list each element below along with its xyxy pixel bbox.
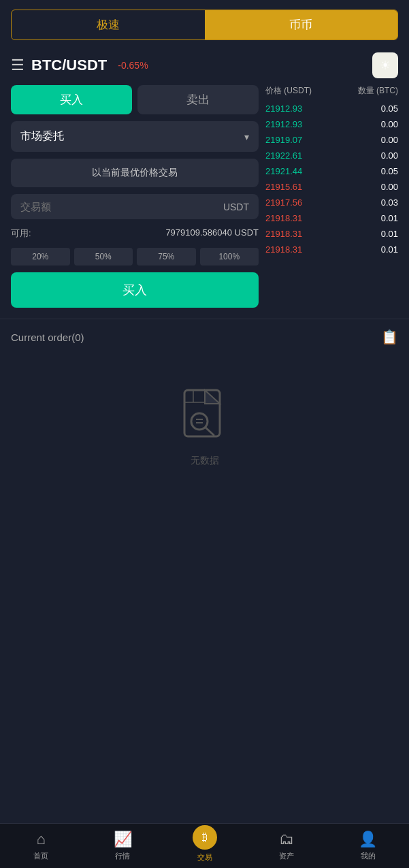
market-icon: 📈: [114, 831, 132, 848]
nav-item-trade[interactable]: ₿ 交易: [163, 831, 245, 863]
orderbook-row: 21915.610.00: [265, 179, 398, 195]
orderbook-price: 21912.93: [265, 103, 302, 114]
nav-label-home: 首页: [33, 851, 48, 861]
header-left: ☰ BTC/USDT -0.65%: [11, 57, 148, 74]
available-row: 可用: 7979109.586040 USDT: [11, 226, 259, 241]
current-orders: Current order(0) 📋: [0, 319, 409, 355]
buy-sell-tabs: 买入 卖出: [11, 85, 259, 114]
left-panel: 买入 卖出 市场委托 ▾ 以当前最优价格交易 USDT 可用: 7979109.…: [11, 85, 259, 308]
orderbook-qty: 0.00: [381, 182, 398, 192]
order-type-dropdown[interactable]: 市场委托 ▾: [11, 121, 259, 152]
buy-button[interactable]: 买入: [11, 272, 259, 308]
pair-change: -0.65%: [118, 60, 148, 71]
orderbook-qty-header: 数量 (BTC): [358, 85, 398, 97]
orderbook-qty: 0.01: [381, 213, 398, 223]
orderbook-price: 21918.31: [265, 229, 302, 239]
sell-tab[interactable]: 卖出: [137, 85, 259, 114]
empty-document-icon: [181, 389, 229, 447]
orderbook-price: 21922.61: [265, 150, 302, 161]
orderbook-header: 价格 (USDT) 数量 (BTC): [265, 85, 398, 101]
svg-line-2: [206, 428, 214, 435]
trading-area: 买入 卖出 市场委托 ▾ 以当前最优价格交易 USDT 可用: 7979109.…: [0, 85, 409, 308]
orderbook-price: 21912.93: [265, 119, 302, 129]
amount-input[interactable]: [20, 201, 223, 212]
nav-item-profile[interactable]: 👤 我的: [327, 831, 409, 863]
orderbook-row: 21912.930.00: [265, 116, 398, 132]
amount-input-row: USDT: [11, 194, 259, 219]
home-icon: ⌂: [36, 831, 45, 848]
percent-100-button[interactable]: 100%: [200, 248, 259, 266]
orderbook-price: 21918.31: [265, 213, 302, 223]
buy-tab[interactable]: 买入: [11, 85, 132, 114]
orderbook-price: 21919.07: [265, 135, 302, 145]
tab-express[interactable]: 极速: [12, 10, 205, 39]
orderbook-row: 21918.310.01: [265, 210, 398, 226]
orderbook-row: 21918.310.01: [265, 242, 398, 257]
orderbook-price: 21918.31: [265, 244, 302, 255]
orderbook-price: 21915.61: [265, 182, 302, 192]
pair-title: BTC/USDT: [31, 57, 107, 74]
available-label: 可用:: [11, 227, 31, 240]
percent-row: 20% 50% 75% 100%: [11, 248, 259, 266]
orderbook-qty: 0.01: [381, 229, 398, 239]
orderbook-qty: 0.01: [381, 244, 398, 255]
header: ☰ BTC/USDT -0.65% ☀: [0, 40, 409, 85]
nav-label-market: 行情: [115, 851, 130, 861]
input-unit: USDT: [223, 202, 249, 212]
percent-75-button[interactable]: 75%: [137, 248, 196, 266]
empty-text: 无数据: [191, 455, 219, 467]
info-box: 以当前最优价格交易: [11, 159, 259, 187]
percent-50-button[interactable]: 50%: [74, 248, 133, 266]
profile-icon: 👤: [359, 831, 377, 848]
chevron-down-icon: ▾: [244, 131, 249, 142]
orderbook-row: 21919.070.00: [265, 132, 398, 148]
clipboard-icon[interactable]: 📋: [381, 329, 398, 345]
nav-label-profile: 我的: [361, 851, 376, 861]
theme-button[interactable]: ☀: [372, 52, 398, 78]
assets-icon: 🗂: [279, 831, 294, 848]
trade-icon: ₿: [202, 831, 208, 843]
menu-icon[interactable]: ☰: [11, 58, 24, 73]
orderbook-row: 21921.440.05: [265, 163, 398, 179]
trade-icon-circle: ₿: [193, 825, 217, 850]
orderbook-row: 21922.610.00: [265, 148, 398, 163]
nav-label-trade: 交易: [197, 852, 212, 863]
orderbook-row: 21918.310.01: [265, 226, 398, 242]
orderbook: 价格 (USDT) 数量 (BTC) 21912.930.0521912.930…: [265, 85, 398, 308]
orderbook-qty: 0.00: [381, 119, 398, 129]
order-type-label: 市场委托: [20, 129, 64, 144]
nav-item-market[interactable]: 📈 行情: [82, 831, 163, 863]
orderbook-price: 21917.56: [265, 197, 302, 208]
orderbook-qty: 0.03: [381, 197, 398, 208]
top-tabs-container: 极速 币币: [11, 10, 398, 40]
orderbook-qty: 0.00: [381, 135, 398, 145]
orderbook-price-header: 价格 (USDT): [265, 85, 312, 97]
nav-item-home[interactable]: ⌂ 首页: [0, 831, 82, 863]
empty-state: 无数据: [0, 355, 409, 487]
tab-coin[interactable]: 币币: [205, 10, 398, 39]
orderbook-qty: 0.00: [381, 150, 398, 161]
orderbook-rows: 21912.930.0521912.930.0021919.070.002192…: [265, 101, 398, 257]
nav-label-assets: 资产: [279, 851, 294, 861]
orderbook-row: 21917.560.03: [265, 195, 398, 210]
nav-item-assets[interactable]: 🗂 资产: [246, 831, 327, 863]
percent-20-button[interactable]: 20%: [11, 248, 70, 266]
current-orders-title: Current order(0): [11, 332, 84, 343]
orderbook-qty: 0.05: [381, 103, 398, 114]
orderbook-price: 21921.44: [265, 166, 302, 176]
available-value: 7979109.586040 USDT: [165, 227, 259, 240]
orderbook-row: 21912.930.05: [265, 101, 398, 116]
orderbook-qty: 0.05: [381, 166, 398, 176]
bottom-nav: ⌂ 首页 📈 行情 ₿ 交易 🗂 资产 👤 我的: [0, 823, 409, 868]
theme-icon: ☀: [380, 58, 391, 73]
